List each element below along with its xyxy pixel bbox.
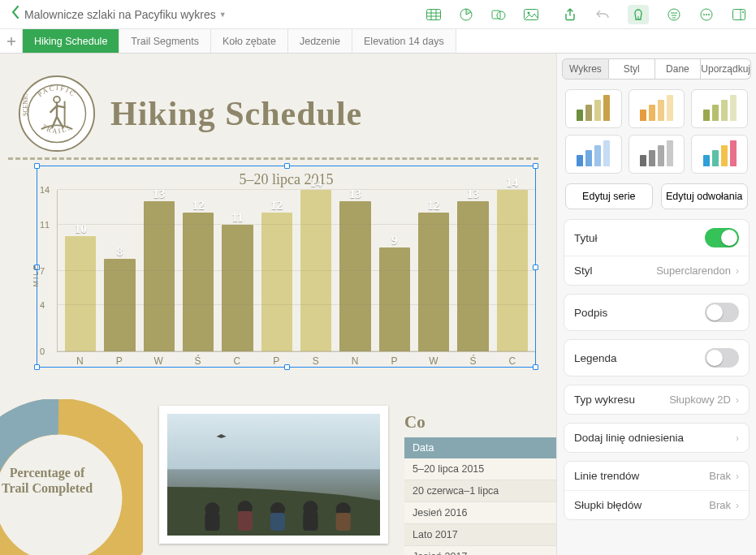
row-style[interactable]: Styl Superclarendon› [564,256,749,285]
chart-x-tick: W [139,355,178,367]
chart-x-tick: Ś [453,355,492,367]
chart-bar[interactable]: 12 [261,213,292,351]
document-title[interactable]: Malownicze szlaki na Pacyfiku wykres ▼ [24,8,227,21]
chart-style-thumb[interactable] [565,89,622,128]
sheet-title: Hiking Schedule [110,94,362,133]
edit-series-button[interactable]: Edytuj serie [565,183,653,209]
format-brush-icon[interactable] [628,5,649,24]
top-toolbar: Malownicze szlaki na Pacyfiku wykres ▼ [0,0,756,29]
svg-rect-38 [238,511,253,531]
chart-x-tick: C [493,355,532,367]
back-chevron-icon[interactable] [6,6,24,23]
more-icon[interactable] [699,8,714,21]
chart-style-thumb[interactable] [691,135,748,174]
chart-style-thumb[interactable] [629,89,685,128]
table-row[interactable]: Jesień 2017 [404,546,556,556]
undo-icon[interactable] [595,8,610,21]
donut-center-label: Percentage of Trail Completed [0,465,96,496]
chart-bar-value: 12 [418,199,449,213]
sheet-tab[interactable]: Elevation 14 days [352,29,456,53]
chart-bar[interactable]: 14 [497,190,528,351]
chart-bar-value: 12 [261,199,292,213]
sheet-tab[interactable]: Koło zębate [211,29,288,53]
edit-references-button[interactable]: Edytuj odwołania [661,183,749,209]
chart-y-tick: 4 [40,300,45,310]
toggle-inspector-icon[interactable] [732,8,746,21]
chart-title: 5–20 lipca 2015 [37,166,535,190]
share-icon[interactable] [563,8,577,21]
sheet-tab[interactable]: Trail Segments [119,29,211,53]
caption-toggle[interactable] [705,303,739,322]
table-row[interactable]: 5–20 lipca 2015 [404,458,556,480]
row-chart-type[interactable]: Typ wykresu Słupkowy 2D› [564,385,749,414]
chart-style-thumb[interactable] [691,89,748,128]
chart-x-tick: C [218,355,257,367]
svg-point-19 [706,14,707,15]
row-error-bars[interactable]: Słupki błędów Brak› [564,490,749,519]
svg-rect-40 [270,513,285,531]
table-row[interactable]: Lato 2017 [404,524,556,546]
chart-y-tick: 0 [40,346,45,356]
schedule-table[interactable]: Data 5–20 lipca 2015 20 czerwca–1 lipca … [404,437,556,555]
sheet-tab-label: Elevation 14 days [364,36,444,47]
chart-bar[interactable]: 12 [183,213,214,351]
chart-bar-value: 12 [183,199,214,213]
chart-x-tick: P [257,355,296,367]
chevron-right-icon: › [736,471,739,482]
svg-point-9 [497,11,505,19]
chart-y-tick: 7 [40,266,45,276]
inspector-tab-arrange[interactable]: Uporządkuj [701,58,751,80]
title-toggle[interactable] [705,228,739,247]
row-caption: Podpis [564,295,749,330]
chevron-right-icon: › [736,394,739,406]
photo-placeholder[interactable] [159,406,388,544]
svg-text:SCENIC: SCENIC [22,94,29,116]
insert-shape-icon[interactable] [491,8,506,21]
svg-point-13 [668,9,680,20]
bar-chart[interactable]: 5–20 lipca 2015 MILE 1081312111214139121… [37,166,535,367]
chart-x-tick: N [60,355,99,367]
document-title-text: Malownicze szlaki na Pacyfiku wykres [24,8,216,21]
row-add-reference-line[interactable]: Dodaj linię odniesienia › [564,424,749,452]
inspector-tab-style[interactable]: Styl [609,58,655,80]
sheet-tab-label: Jedzenie [300,36,340,47]
chart-bar[interactable]: 9 [379,247,410,351]
svg-rect-44 [336,513,351,531]
sheet-tab[interactable]: Hiking Schedule [23,29,119,53]
donut-chart[interactable]: Percentage of Trail Completed [0,399,143,555]
inspector-tab-data[interactable]: Dane [655,58,702,80]
table-header: Data [404,437,556,458]
svg-rect-0 [427,9,441,19]
legend-toggle[interactable] [705,348,739,368]
chart-bar[interactable]: 11 [222,225,253,351]
chart-style-thumb[interactable] [629,135,685,174]
svg-point-23 [742,11,744,13]
chevron-right-icon: › [736,500,739,511]
chart-x-tick: Ś [178,355,217,367]
insert-media-icon[interactable] [524,8,538,21]
chart-bar[interactable]: 10 [65,236,96,351]
chart-x-tick: P [374,355,413,367]
row-trendlines[interactable]: Linie trendów Brak› [564,462,749,490]
chart-y-axis-label: MILE [32,263,40,286]
insert-chart-icon[interactable] [459,8,473,21]
svg-point-18 [703,14,705,15]
organize-icon[interactable] [667,8,681,21]
table-row[interactable]: 20 czerwca–1 lipca [404,480,556,502]
chart-style-thumb[interactable] [565,135,622,174]
chart-bar[interactable]: 12 [418,213,449,351]
format-inspector: Wykres Styl Dane Uporządkuj Edytuj serie… [556,54,756,555]
table-title-partial: Co [404,412,556,437]
svg-rect-42 [303,511,318,531]
chart-bar[interactable]: 14 [300,190,331,351]
insert-table-icon[interactable] [426,8,441,21]
chart-bar-value: 9 [379,234,410,247]
canvas[interactable]: PACIFIC TRAILS SCENIC Hiking Schedule 5–… [0,54,556,555]
chart-x-tick: N [335,355,374,367]
inspector-tab-chart[interactable]: Wykres [562,58,609,80]
table-row[interactable]: Jesień 2016 [404,502,556,524]
chart-y-tick: 14 [40,185,50,195]
add-sheet-button[interactable] [0,29,23,53]
sheet-tab[interactable]: Jedzenie [288,29,352,53]
svg-point-11 [528,11,530,14]
